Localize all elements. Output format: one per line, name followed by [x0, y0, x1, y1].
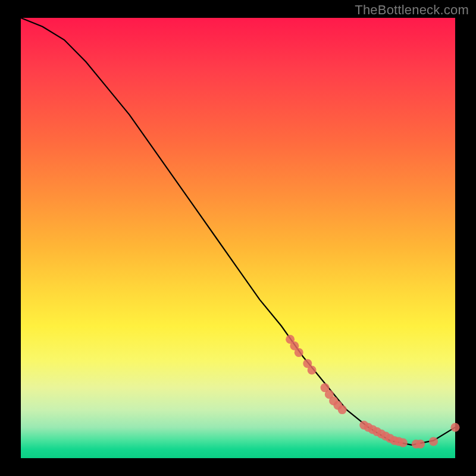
marker-group: [286, 335, 459, 449]
marker-point: [416, 440, 425, 449]
marker-point: [429, 437, 438, 446]
watermark-text: TheBottleneck.com: [355, 2, 469, 18]
plot-gradient-area: [21, 18, 455, 458]
performance-curve: [21, 18, 455, 445]
chart-frame: TheBottleneck.com: [0, 0, 476, 476]
marker-point: [451, 423, 460, 432]
plot-svg: [21, 18, 455, 458]
marker-point: [295, 348, 303, 357]
marker-point: [338, 405, 347, 414]
marker-point: [308, 366, 317, 375]
marker-point: [399, 439, 408, 447]
